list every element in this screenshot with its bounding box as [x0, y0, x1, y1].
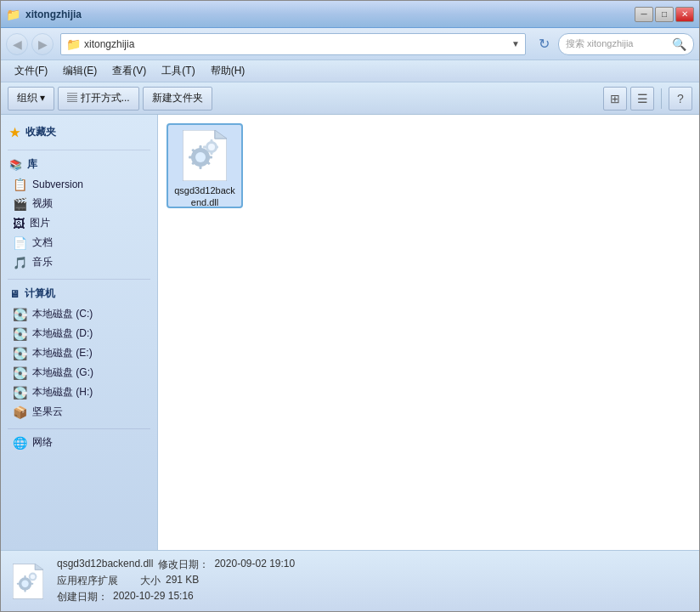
svg-rect-16: [203, 146, 206, 149]
file-item-dll[interactable]: qsgd3d12backend.dll: [167, 123, 243, 208]
minimize-button[interactable]: ─: [635, 7, 653, 22]
organize-button[interactable]: 组织 ▾: [8, 87, 54, 110]
favorites-star-icon: ★: [9, 126, 20, 139]
maximize-button[interactable]: □: [655, 7, 674, 22]
details-toggle-button[interactable]: ☰: [630, 87, 654, 110]
sidebar-divider-3: [8, 428, 150, 429]
help-button[interactable]: ?: [669, 87, 692, 110]
sidebar-library-section: 📚 库 📋 Subversion 🎬 视频 🖼 图片 📄 文档 🎵 音乐: [1, 154, 157, 272]
svg-point-21: [21, 580, 28, 586]
svg-rect-15: [211, 151, 213, 155]
sidebar-item-documents[interactable]: 📄 文档: [1, 233, 157, 252]
file-icon-wrap: [179, 130, 230, 181]
network-label: 网络: [32, 435, 53, 450]
open-with-button[interactable]: ▤ 打开方式...: [58, 87, 138, 110]
status-dll-icon: [13, 564, 43, 599]
drive-c-label: 本地磁盘 (C:): [32, 307, 93, 321]
subversion-icon: 📋: [13, 178, 27, 191]
sidebar-divider-2: [8, 279, 150, 280]
address-dropdown-icon[interactable]: ▼: [511, 39, 520, 48]
sidebar-drive-e[interactable]: 💽 本地磁盘 (E:): [1, 343, 157, 363]
subversion-label: Subversion: [32, 178, 83, 190]
sidebar-computer-header: 🖥 计算机: [1, 283, 157, 304]
svg-rect-4: [200, 145, 202, 150]
refresh-button[interactable]: ↻: [533, 33, 555, 55]
forward-button[interactable]: ▶: [31, 33, 54, 55]
status-size-label: 大小: [140, 574, 161, 588]
sidebar-drive-g[interactable]: 💽 本地磁盘 (G:): [1, 363, 157, 382]
back-button[interactable]: ◀: [6, 33, 28, 55]
drive-h-icon: 💽: [13, 386, 27, 400]
drive-c-icon: 💽: [13, 308, 27, 321]
view-toggle-button[interactable]: ⊞: [603, 87, 627, 110]
close-button[interactable]: ✕: [675, 7, 694, 22]
titlebar-title: xitongzhijia: [25, 8, 82, 20]
drive-g-label: 本地磁盘 (G:): [32, 366, 93, 380]
status-modified-label: 修改日期：: [158, 558, 209, 572]
new-folder-label: 新建文件夹: [152, 91, 203, 105]
address-bar[interactable]: 📁 xitongzhijia ▼: [60, 33, 526, 55]
svg-rect-6: [189, 156, 193, 159]
status-type: 应用程序扩展: [57, 574, 118, 588]
svg-rect-23: [25, 589, 26, 592]
video-icon: 🎬: [13, 197, 27, 211]
search-icon[interactable]: 🔍: [672, 37, 686, 51]
sidebar-network[interactable]: 🌐 网络: [1, 433, 157, 452]
network-icon: 🌐: [13, 436, 27, 450]
music-label: 音乐: [32, 255, 53, 269]
drive-e-icon: 💽: [13, 347, 27, 360]
sidebar-item-pictures[interactable]: 🖼 图片: [1, 213, 157, 233]
sidebar-drive-c[interactable]: 💽 本地磁盘 (C:): [1, 304, 157, 324]
drive-g-icon: 💽: [13, 366, 27, 380]
svg-rect-22: [25, 575, 26, 578]
status-created-label: 创建日期：: [57, 590, 108, 604]
sidebar-item-video[interactable]: 🎬 视频: [1, 194, 157, 213]
documents-label: 文档: [32, 235, 53, 250]
sidebar-library-header: 📚 库: [1, 154, 157, 175]
file-label: qsgd3d12backend.dll: [174, 184, 235, 209]
sidebar-favorites-section: ★ 收藏夹: [1, 122, 157, 143]
toolbar-separator: [661, 88, 662, 109]
titlebar-controls: ─ □ ✕: [635, 7, 694, 22]
new-folder-button[interactable]: 新建文件夹: [143, 87, 212, 110]
menu-edit[interactable]: 编辑(E): [56, 62, 104, 80]
library-label: 库: [27, 157, 37, 172]
sidebar-drive-h[interactable]: 💽 本地磁盘 (H:): [1, 382, 157, 402]
sidebar-item-music[interactable]: 🎵 音乐: [1, 252, 157, 272]
menu-help[interactable]: 帮助(H): [204, 62, 252, 80]
menu-view[interactable]: 查看(V): [105, 62, 153, 80]
jianguoyun-label: 坚果云: [32, 405, 63, 419]
svg-marker-1: [215, 130, 227, 139]
drive-h-label: 本地磁盘 (H:): [32, 385, 93, 400]
svg-rect-17: [215, 146, 218, 149]
titlebar: 📁 xitongzhijia ─ □ ✕: [1, 1, 699, 28]
menu-tools[interactable]: 工具(T): [155, 62, 201, 80]
drive-d-icon: 💽: [13, 327, 27, 341]
open-with-label: ▤ 打开方式...: [67, 91, 129, 105]
status-created-row: 创建日期： 2020-10-29 15:16: [57, 590, 295, 604]
video-label: 视频: [32, 196, 53, 211]
favorites-label: 收藏夹: [25, 125, 56, 139]
search-box[interactable]: 搜索 xitongzhijia 🔍: [558, 33, 694, 55]
sidebar-divider-1: [8, 150, 150, 150]
sidebar-computer-section: 🖥 计算机 💽 本地磁盘 (C:) 💽 本地磁盘 (D:) 💽 本地磁盘 (E:…: [1, 283, 157, 422]
sidebar-item-subversion[interactable]: 📋 Subversion: [1, 175, 157, 194]
sidebar-jianguoyun[interactable]: 📦 坚果云: [1, 402, 157, 422]
titlebar-left: 📁 xitongzhijia: [6, 8, 82, 21]
documents-icon: 📄: [13, 236, 27, 250]
svg-point-27: [31, 574, 36, 579]
sidebar-network-section: 🌐 网络: [1, 433, 157, 452]
titlebar-folder-icon: 📁: [6, 8, 20, 21]
drive-e-label: 本地磁盘 (E:): [32, 346, 93, 360]
menu-file[interactable]: 文件(F): [8, 62, 54, 80]
sidebar-drive-d[interactable]: 💽 本地磁盘 (D:): [1, 324, 157, 343]
status-file-icon: [11, 564, 45, 598]
status-filename-row: qsgd3d12backend.dll 修改日期： 2020-09-02 19:…: [57, 558, 295, 572]
toolbar: 组织 ▾ ▤ 打开方式... 新建文件夹 ⊞ ☰ ?: [1, 82, 699, 115]
music-icon: 🎵: [13, 256, 27, 269]
svg-rect-24: [17, 582, 20, 584]
status-info: qsgd3d12backend.dll 修改日期： 2020-09-02 19:…: [57, 558, 295, 604]
jianguoyun-icon: 📦: [13, 405, 27, 419]
pictures-icon: 🖼: [13, 217, 25, 230]
address-folder-icon: 📁: [66, 37, 81, 51]
